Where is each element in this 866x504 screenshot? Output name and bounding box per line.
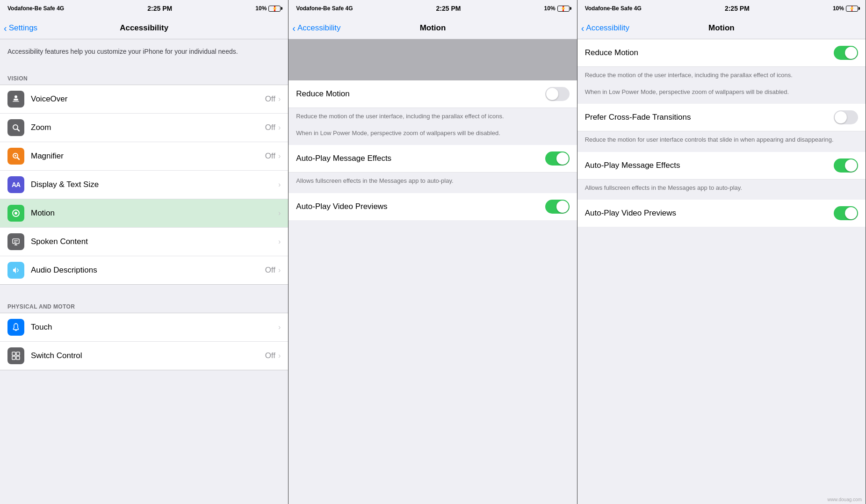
reduce-motion-on-desc2: When in Low Power Mode, perspective zoom… — [577, 87, 866, 104]
audio-descriptions-icon — [7, 262, 24, 279]
auto-play-video-on-row: Auto-Play Video Previews — [577, 200, 866, 227]
zoom-item[interactable]: Zoom Off › — [0, 114, 288, 142]
cross-fade-desc: Reduce the motion for user interface con… — [577, 131, 866, 152]
spoken-content-icon — [7, 233, 24, 250]
back-label-3: Accessibility — [586, 23, 629, 33]
motion-label: Motion — [31, 209, 278, 218]
magnifier-chevron: › — [278, 152, 281, 160]
spoken-content-chevron: › — [278, 238, 281, 246]
nav-title-1: Accessibility — [120, 23, 168, 33]
carrier-3: Vodafone-Be Safe 4G — [585, 5, 642, 12]
svg-line-3 — [17, 158, 19, 159]
svg-point-7 — [14, 212, 17, 215]
reduce-motion-on-section: Reduce Motion — [577, 39, 866, 67]
nav-title-2: Motion — [420, 23, 446, 33]
auto-play-msg-toggle[interactable] — [545, 151, 570, 166]
auto-play-msg-on-label: Auto-Play Message Effects — [585, 161, 834, 170]
auto-play-video-on-toggle[interactable] — [834, 206, 858, 220]
auto-play-msg-desc: Allows fullscreen effects in the Message… — [289, 173, 577, 193]
content-3: Reduce Motion Reduce the motion of the u… — [577, 39, 866, 504]
touch-label: Touch — [31, 323, 278, 332]
reduce-motion-on-label: Reduce Motion — [585, 48, 834, 58]
voiceover-icon — [7, 91, 24, 108]
motion2-top-gray — [289, 39, 577, 80]
audio-descriptions-item[interactable]: Audio Descriptions Off › — [0, 256, 288, 284]
auto-play-msg-on-toggle[interactable] — [834, 158, 858, 173]
reduce-motion-desc2: When in Low Power Mode, perspective zoom… — [289, 129, 577, 145]
auto-play-msg-on-desc: Allows fullscreen effects in the Message… — [577, 180, 866, 200]
svg-rect-8 — [13, 239, 19, 244]
svg-rect-15 — [16, 356, 20, 360]
panel-motion-off: Vodafone-Be Safe 4G 2:25 PM 10% ⚡ ‹ Acce… — [289, 0, 577, 504]
reduce-motion-on-toggle[interactable] — [834, 46, 858, 60]
battery-info-1: 10% ⚡ — [255, 5, 281, 12]
display-text-item[interactable]: AA Display & Text Size › — [0, 171, 288, 199]
battery-percent-1: 10% — [255, 5, 267, 12]
display-text-label: Display & Text Size — [31, 180, 278, 189]
audio-descriptions-value: Off — [265, 266, 275, 275]
zoom-value: Off — [265, 123, 275, 132]
reduce-motion-row: Reduce Motion — [289, 80, 577, 108]
accessibility-description: Accessibility features help you customiz… — [0, 39, 288, 64]
back-button-1[interactable]: ‹ Settings — [4, 23, 37, 33]
magnifier-label: Magnifier — [31, 151, 265, 161]
zoom-icon — [7, 119, 24, 136]
audio-descriptions-chevron: › — [278, 266, 281, 274]
back-arrow-3: ‹ — [581, 23, 585, 33]
back-label-2: Accessibility — [297, 23, 341, 33]
auto-play-msg-section: Auto-Play Message Effects — [289, 145, 577, 173]
status-bar-3: Vodafone-Be Safe 4G 2:25 PM 10% ⚡ — [577, 0, 866, 17]
cross-fade-toggle[interactable] — [834, 110, 858, 124]
battery-percent-2: 10% — [544, 5, 556, 12]
voiceover-label: VoiceOver — [31, 94, 265, 104]
back-button-3[interactable]: ‹ Accessibility — [581, 23, 629, 33]
time-1: 2:25 PM — [147, 5, 172, 12]
reduce-motion-label: Reduce Motion — [296, 89, 545, 99]
cross-fade-section: Prefer Cross-Fade Transitions — [577, 104, 866, 131]
voiceover-value: Off — [265, 94, 275, 104]
svg-rect-11 — [15, 324, 16, 324]
reduce-motion-desc1: Reduce the motion of the user interface,… — [289, 108, 577, 129]
vision-header: VISION — [0, 68, 288, 85]
switch-control-label: Switch Control — [31, 351, 265, 360]
reduce-motion-section: Reduce Motion — [289, 80, 577, 108]
auto-play-video-section: Auto-Play Video Previews — [289, 193, 577, 220]
time-3: 2:25 PM — [725, 5, 750, 12]
content-2: Reduce Motion Reduce the motion of the u… — [289, 80, 577, 504]
battery-info-3: 10% ⚡ — [833, 5, 858, 12]
back-button-2[interactable]: ‹ Accessibility — [292, 23, 340, 33]
back-arrow-1: ‹ — [4, 23, 7, 33]
reduce-motion-thumb — [546, 88, 558, 100]
auto-play-video-label: Auto-Play Video Previews — [296, 202, 545, 211]
motion-icon — [7, 205, 24, 222]
motion-chevron: › — [278, 209, 281, 217]
auto-play-msg-row: Auto-Play Message Effects — [289, 145, 577, 173]
physical-list: Touch › Switch Control Off — [0, 313, 288, 370]
battery-icon-2: ⚡ — [557, 6, 570, 12]
back-label-1: Settings — [9, 23, 37, 33]
cross-fade-thumb — [835, 111, 847, 123]
switch-control-item[interactable]: Switch Control Off › — [0, 342, 288, 370]
magnifier-icon — [7, 148, 24, 165]
voiceover-chevron: › — [278, 95, 281, 103]
motion-item[interactable]: Motion › — [0, 199, 288, 228]
nav-bar-1: ‹ Settings Accessibility — [0, 17, 288, 39]
touch-item[interactable]: Touch › — [0, 313, 288, 342]
physical-header: PHYSICAL AND MOTOR — [0, 296, 288, 313]
svg-rect-12 — [12, 352, 15, 355]
physical-section: PHYSICAL AND MOTOR Touch › — [0, 296, 288, 370]
zoom-label: Zoom — [31, 123, 265, 132]
content-1: Accessibility features help you customiz… — [0, 39, 288, 504]
display-text-icon: AA — [7, 176, 24, 193]
auto-play-video-thumb — [556, 201, 569, 213]
auto-play-video-toggle[interactable] — [545, 200, 570, 214]
magnifier-item[interactable]: Magnifier Off › — [0, 142, 288, 171]
panel-accessibility: Vodafone-Be Safe 4G 2:25 PM 10% ⚡ ‹ Sett… — [0, 0, 289, 504]
battery-bolt-3: ⚡ — [849, 6, 854, 11]
spoken-content-item[interactable]: Spoken Content › — [0, 228, 288, 256]
battery-bolt-2: ⚡ — [561, 6, 566, 11]
carrier-1: Vodafone-Be Safe 4G — [7, 5, 64, 12]
voiceover-item[interactable]: VoiceOver Off › — [0, 85, 288, 114]
reduce-motion-toggle[interactable] — [545, 87, 570, 101]
auto-play-video-on-thumb — [845, 207, 857, 219]
